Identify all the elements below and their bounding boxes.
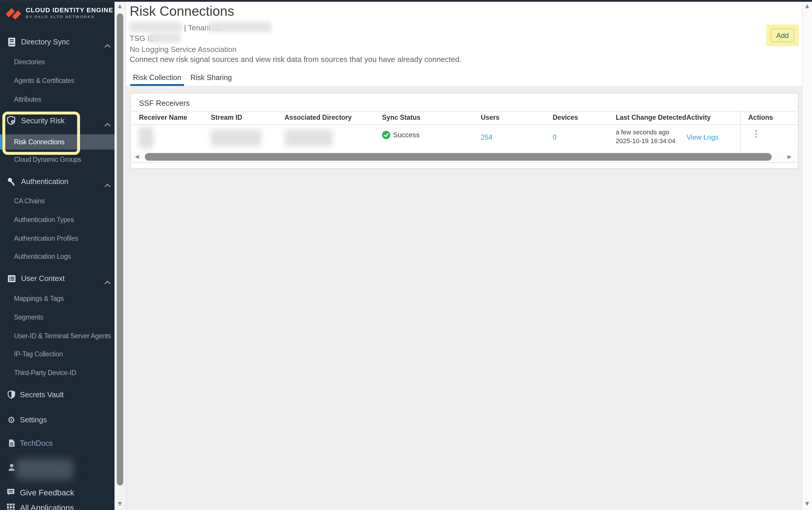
app-logo: CLOUD IDENTITY ENGINE BY PALO ALTO NETWO…	[5, 4, 113, 21]
add-button[interactable]: Add	[771, 28, 794, 42]
sidebar-item-userid-terminal-server-agents[interactable]: User-ID & Terminal Server Agents	[14, 330, 111, 342]
user-name-redacted	[16, 459, 73, 480]
sidebar-item-mappings-tags[interactable]: Mappings & Tags	[14, 293, 64, 304]
scroll-down-arrow[interactable]: ▼	[114, 500, 125, 507]
logo-subtitle: BY PALO ALTO NETWORKS	[26, 14, 113, 19]
column-header-last-change-detected: Last Change Detected	[616, 114, 687, 121]
main-content: Risk Connections | Tenant ID: TSG ID: No…	[126, 0, 802, 510]
sidebar-item-authentication-types[interactable]: Authentication Types	[14, 214, 74, 226]
column-header-sync-status: Sync Status	[382, 114, 420, 121]
column-header-activity: Activity	[687, 114, 710, 121]
shield-icon	[6, 390, 17, 400]
horizontal-scrollbar-thumb[interactable]	[145, 153, 772, 160]
divider	[131, 124, 798, 125]
sidebar-section-user-context[interactable]: User Context	[0, 272, 114, 286]
view-logs-link[interactable]: View Logs	[687, 133, 719, 141]
scroll-up-arrow[interactable]: ▲	[114, 2, 125, 9]
selected-item-accent-bar	[0, 134, 2, 149]
tab-risk-sharing[interactable]: Risk Sharing	[191, 71, 232, 86]
sidebar-item-settings[interactable]: ⚙ Settings	[0, 413, 114, 427]
tsg-id-redacted	[148, 33, 180, 42]
sidebar-section-authentication[interactable]: Authentication	[0, 175, 114, 189]
actions-column-divider	[740, 111, 741, 151]
chevron-up-icon[interactable]	[104, 119, 110, 129]
palo-alto-logo-icon	[5, 4, 22, 21]
document-icon	[6, 438, 17, 448]
sync-status-cell: Success	[382, 131, 420, 139]
sidebar-item-risk-connections[interactable]: Risk Connections	[14, 136, 64, 148]
sidebar-section-security-risk[interactable]: Security Risk	[0, 114, 114, 128]
window-top-edge	[0, 0, 812, 2]
sidebar-item-directories[interactable]: Directories	[14, 56, 45, 68]
gear-icon: ⚙	[6, 415, 17, 425]
kebab-menu-icon[interactable]: ⋮	[752, 129, 761, 139]
sidebar-item-ip-tag-collection[interactable]: IP-Tag Collection	[14, 348, 63, 360]
scroll-right-arrow[interactable]: ▶	[787, 154, 791, 160]
sidebar-item-authentication-logs[interactable]: Authentication Logs	[14, 251, 71, 262]
footer-item-label: All Applications	[20, 503, 74, 510]
page-title: Risk Connections	[130, 3, 234, 19]
receiver-name-redacted	[139, 127, 154, 148]
sidebar-item-cloud-dynamic-groups[interactable]: Cloud Dynamic Groups	[14, 154, 81, 165]
sidebar: CLOUD IDENTITY ENGINE BY PALO ALTO NETWO…	[0, 0, 114, 510]
last-change-relative: a few seconds ago	[616, 128, 675, 136]
scroll-up-arrow[interactable]: ▲	[802, 2, 812, 9]
sidebar-scrollbar[interactable]: ▲ ▼	[114, 0, 126, 510]
sidebar-item-ca-chains[interactable]: CA Chains	[14, 195, 45, 207]
chevron-up-icon[interactable]	[104, 40, 110, 50]
table-horizontal-scrollbar[interactable]: ◀ ▶	[131, 151, 798, 163]
grid-icon	[6, 502, 16, 510]
tab-risk-collection[interactable]: Risk Collection	[130, 71, 184, 86]
sidebar-item-all-applications[interactable]: All Applications	[0, 501, 114, 510]
users-count-link[interactable]: 254	[481, 133, 492, 141]
column-header-stream-id: Stream ID	[211, 114, 242, 121]
sync-status-label: Success	[393, 131, 420, 139]
panel-title: SSF Receivers	[139, 99, 190, 108]
app-root: CLOUD IDENTITY ENGINE BY PALO ALTO NETWO…	[0, 0, 812, 510]
footer-item-label: TechDocs	[20, 439, 53, 448]
book-icon	[6, 37, 17, 47]
tenant-id-redacted	[208, 22, 271, 32]
logo-title: CLOUD IDENTITY ENGINE	[26, 6, 113, 13]
sidebar-item-agents-certificates[interactable]: Agents & Certificates	[14, 75, 74, 86]
section-label: User Context	[21, 274, 64, 283]
sidebar-item-secrets-vault[interactable]: Secrets Vault	[0, 388, 114, 402]
footer-item-label: Give Feedback	[20, 488, 74, 497]
last-change-detected-cell: a few seconds ago 2025-10-19 16:34:04	[616, 128, 675, 145]
scroll-down-arrow[interactable]: ▼	[802, 500, 812, 507]
sidebar-item-give-feedback[interactable]: Give Feedback	[0, 485, 114, 500]
sidebar-item-third-party-device-id[interactable]: Third-Party Device-ID	[14, 367, 76, 378]
column-header-actions: Actions	[748, 114, 773, 121]
section-label: Directory Sync	[21, 37, 69, 46]
sidebar-item-attributes[interactable]: Attributes	[14, 93, 41, 105]
chevron-up-icon[interactable]	[104, 276, 110, 287]
scroll-left-arrow[interactable]: ◀	[135, 154, 139, 160]
sidebar-item-segments[interactable]: Segments	[14, 311, 43, 323]
account-name-redacted	[130, 22, 182, 32]
ssf-receivers-panel: SSF Receivers Receiver Name Stream ID As…	[130, 93, 798, 169]
last-change-timestamp: 2025-10-19 16:34:04	[616, 136, 675, 145]
column-header-receiver-name: Receiver Name	[139, 114, 187, 121]
column-header-users: Users	[481, 114, 499, 121]
associated-directory-redacted	[285, 130, 332, 147]
sidebar-item-authentication-profiles[interactable]: Authentication Profiles	[14, 232, 78, 244]
column-header-associated-directory: Associated Directory	[285, 114, 352, 121]
success-check-icon	[382, 131, 390, 139]
logging-status: No Logging Service Association	[130, 45, 237, 54]
footer-item-label: Secrets Vault	[20, 390, 64, 399]
feedback-icon	[6, 487, 16, 497]
list-icon	[6, 274, 17, 283]
sidebar-scrollbar-thumb[interactable]	[117, 13, 123, 485]
section-label: Security Risk	[21, 116, 64, 125]
section-label: Authentication	[21, 177, 68, 186]
devices-count-link[interactable]: 0	[553, 133, 556, 141]
column-header-devices: Devices	[553, 114, 578, 121]
chevron-up-icon[interactable]	[104, 179, 110, 190]
shield-alert-icon	[6, 116, 17, 125]
sidebar-section-directory-sync[interactable]: Directory Sync	[0, 35, 114, 49]
stream-id-redacted	[211, 130, 261, 147]
sidebar-item-techdocs[interactable]: TechDocs	[0, 436, 114, 450]
key-icon	[6, 176, 17, 186]
page-scrollbar[interactable]: ▲ ▼	[802, 0, 812, 510]
page-description: Connect new risk signal sources and view…	[130, 55, 462, 64]
